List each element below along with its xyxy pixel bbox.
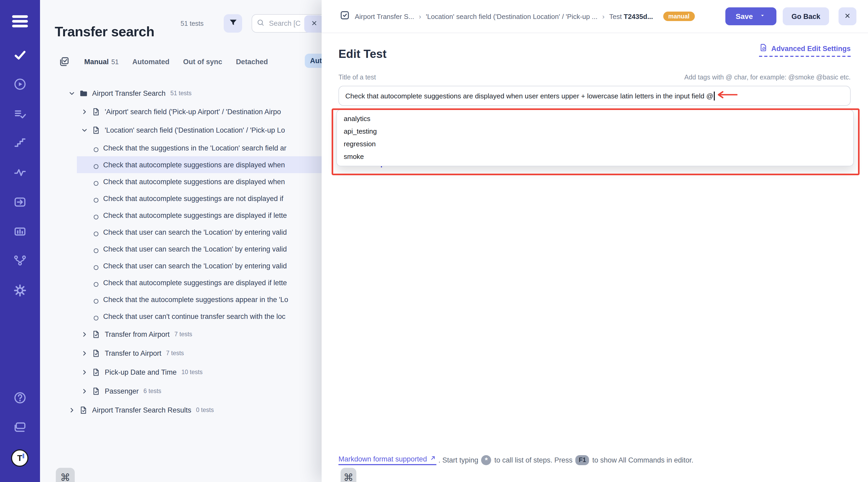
footer-text: . Start typing (436, 456, 480, 464)
help-icon (13, 391, 27, 407)
tree-item-label: Airport Transfer Search Results (92, 406, 191, 414)
sidebar-item-dashboard[interactable] (11, 224, 28, 241)
tab-automated[interactable]: Automated (132, 58, 169, 65)
breadcrumb-suite[interactable]: Airport Transfer S... (355, 12, 414, 20)
tree-item-label: Check that the autocomplete suggestions … (103, 295, 288, 303)
sidebar-item-gear[interactable] (11, 283, 28, 300)
sidebar-item-test-runs[interactable] (11, 107, 28, 124)
go-back-button[interactable]: Go Back (783, 7, 829, 25)
document-check-icon (92, 330, 100, 339)
tree-item-count: 7 tests (175, 331, 192, 337)
test-case-row[interactable]: Check that the suggestions in the 'Locat… (40, 139, 321, 156)
command-palette-button[interactable]: ⌘ (341, 468, 356, 482)
test-case-row[interactable]: Check that autocomplete suggestions are … (40, 156, 321, 173)
suite-row[interactable]: Passenger6 tests (40, 382, 321, 400)
test-case-row[interactable]: Check that the autocomplete suggestions … (40, 291, 321, 308)
sidebar-item-milestones[interactable] (11, 136, 28, 153)
drawer-title: Edit Test (338, 47, 386, 61)
suite-row[interactable]: Transfer to Airport7 tests (40, 344, 321, 362)
chevron-right-icon[interactable] (68, 406, 76, 414)
tag-option[interactable]: analytics (337, 113, 853, 125)
sidebar-item-help[interactable] (11, 390, 28, 407)
tag-option[interactable]: api_testing (337, 125, 853, 138)
sidebar-item-branch[interactable] (11, 253, 28, 270)
filter-button[interactable] (224, 14, 242, 33)
suite-row[interactable]: Airport Transfer Search51 tests (40, 84, 321, 103)
branch-icon (13, 254, 27, 269)
tag-option[interactable]: regression (337, 138, 853, 151)
sidebar-item-pulse[interactable] (11, 165, 28, 182)
document-check-icon (92, 367, 100, 377)
chevron-down-icon[interactable] (81, 127, 88, 134)
status-badge: manual (663, 11, 695, 21)
go-back-label: Go Back (792, 12, 820, 20)
save-button[interactable]: Save (725, 7, 776, 25)
select-all-icon[interactable] (58, 55, 70, 68)
test-circle-icon (93, 313, 99, 319)
suite-row[interactable]: 'Location' search field ('Destination Lo… (40, 121, 321, 139)
command-palette-button[interactable]: ⌘ (56, 468, 75, 482)
test-tree: Airport Transfer Search51 tests'Airport'… (40, 84, 321, 419)
chevron-right-icon[interactable] (81, 368, 88, 376)
close-icon (844, 12, 851, 21)
sidebar-item-storage[interactable] (11, 420, 28, 437)
document-check-icon (92, 386, 100, 395)
tab-manual[interactable]: Manual51 (84, 58, 119, 65)
clear-search-button[interactable] (304, 15, 321, 33)
page-title: Transfer search (55, 24, 154, 40)
test-case-row[interactable]: Check that user can search the 'Location… (40, 257, 321, 274)
sidebar-item-play-circle[interactable] (11, 77, 28, 94)
tree-item-label: Check that autocomplete suggestings are … (103, 194, 283, 202)
chevron-right-icon[interactable] (81, 330, 88, 338)
test-circle-icon (93, 195, 99, 201)
tree-item-label: Check that user can't continue transfer … (103, 312, 285, 320)
avatar-accent (22, 454, 24, 458)
tree-item-label: Airport Transfer Search (92, 89, 165, 97)
tree-item-label: Check that user can search the 'Location… (103, 245, 287, 253)
tree-item-label: Passenger (105, 387, 139, 395)
chevron-right-icon[interactable] (81, 387, 88, 395)
suite-row[interactable]: 'Airport' search field ('Pick-up Airport… (40, 103, 321, 121)
tab-detached[interactable]: Detached (236, 58, 268, 65)
close-button[interactable] (839, 7, 857, 25)
test-case-row[interactable]: Check that autocomplete suggestings are … (40, 207, 321, 224)
test-circle-icon (93, 246, 99, 252)
avatar[interactable]: T (11, 449, 28, 467)
sign-in-icon (13, 195, 27, 211)
test-case-row[interactable]: Check that user can't continue transfer … (40, 308, 321, 325)
test-title-input[interactable]: Check that autocomplete suggestions are … (338, 86, 850, 106)
app-window: T Transfer search 51 tests Manual51Autom… (0, 0, 868, 482)
test-case-row[interactable]: Check that autocomplete suggestings are … (40, 190, 321, 207)
tab-count: 51 (111, 58, 119, 65)
tree-item-label: Pick-up Date and Time (105, 368, 177, 376)
suite-row[interactable]: Pick-up Date and Time10 tests (40, 362, 321, 382)
test-case-row[interactable]: Check that autocomplete suggestions are … (40, 173, 321, 190)
breadcrumb-test[interactable]: Test T2435d... (609, 12, 653, 20)
test-case-row[interactable]: Check that user can search the 'Location… (40, 240, 321, 257)
chevron-right-icon[interactable] (81, 108, 88, 116)
tree-item-label: Transfer to Airport (105, 349, 161, 357)
advanced-edit-settings-link[interactable]: Advanced Edit Settings (759, 43, 850, 57)
tab-automation[interactable]: Aut (305, 54, 321, 68)
sidebar-item-sign-in[interactable] (11, 195, 28, 212)
suite-row[interactable]: Airport Transfer Search Results0 tests (40, 400, 321, 419)
command-icon: ⌘ (60, 472, 70, 482)
test-id: T2435d... (624, 12, 653, 20)
tree-item-count: 0 tests (196, 407, 214, 413)
test-runs-icon (13, 107, 27, 123)
breadcrumb-subsuite[interactable]: 'Location' search field ('Destination Lo… (426, 12, 597, 20)
markdown-supported-link[interactable]: Markdown format supported (338, 455, 436, 465)
test-case-row[interactable]: Check that user can search the 'Location… (40, 224, 321, 240)
test-case-row[interactable]: Check that autocomplete suggestings are … (40, 274, 321, 291)
tree-item-label: Transfer from Airport (105, 330, 170, 338)
tag-option[interactable]: smoke (337, 151, 853, 163)
sidebar-item-check[interactable] (11, 47, 28, 64)
chevron-down-icon[interactable] (68, 90, 76, 97)
tab-out-of-sync[interactable]: Out of sync (183, 58, 222, 65)
save-label: Save (736, 12, 753, 21)
task-square-icon (340, 10, 350, 23)
tree-item-label: Check that autocomplete suggestings are … (103, 211, 287, 219)
menu-icon[interactable] (12, 15, 28, 27)
chevron-right-icon[interactable] (81, 349, 88, 357)
suite-row[interactable]: Transfer from Airport7 tests (40, 325, 321, 344)
